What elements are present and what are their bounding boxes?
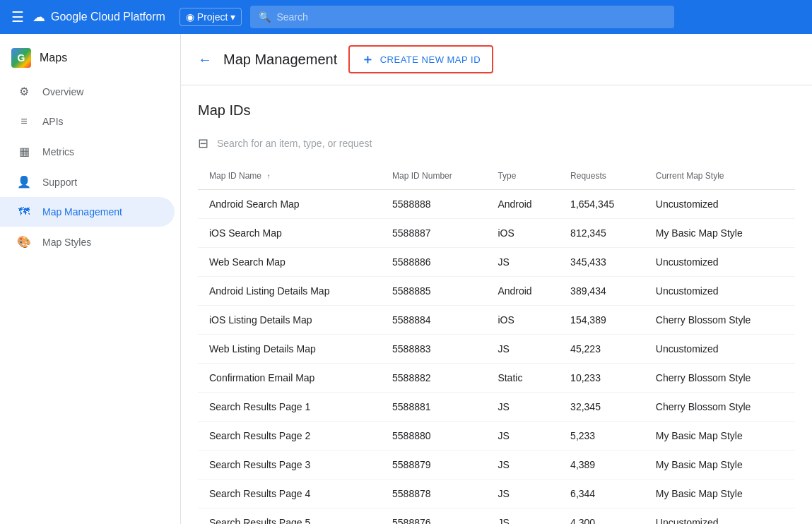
cell-type: iOS xyxy=(486,306,559,335)
cell-name: iOS Search Map xyxy=(198,219,381,248)
chevron-down-icon: ▾ xyxy=(230,11,235,23)
project-label: Project xyxy=(197,11,228,23)
cell-type: JS xyxy=(486,451,559,480)
sort-icon: ↑ xyxy=(266,172,270,180)
map-management-icon: 🗺 xyxy=(17,206,31,218)
cell-requests: 154,389 xyxy=(559,306,645,335)
col-header-type: Type xyxy=(486,162,559,190)
cell-number: 5588881 xyxy=(381,393,486,422)
section-title: Map IDs xyxy=(198,102,795,119)
cell-requests: 4,389 xyxy=(559,451,645,480)
table-row[interactable]: Android Search Map 5588888 Android 1,654… xyxy=(198,190,795,219)
table-search-bar[interactable]: ⊟ Search for an item, type, or request xyxy=(198,130,795,162)
sidebar-item-metrics[interactable]: ▦ Metrics xyxy=(0,136,175,167)
col-header-style: Current Map Style xyxy=(645,162,795,190)
metrics-icon: ▦ xyxy=(17,145,31,158)
table-row[interactable]: Android Listing Details Map 5588885 Andr… xyxy=(198,277,795,306)
project-selector[interactable]: ◉ Project ▾ xyxy=(180,8,242,26)
cell-type: JS xyxy=(486,480,559,508)
map-styles-icon: 🎨 xyxy=(17,235,31,249)
cell-style: My Basic Map Style xyxy=(645,480,795,508)
table-row[interactable]: Search Results Page 2 5588880 JS 5,233 M… xyxy=(198,422,795,451)
cell-number: 5588878 xyxy=(381,480,486,508)
content-area: Map IDs ⊟ Search for an item, type, or r… xyxy=(181,85,812,524)
create-button-label: CREATE NEW MAP ID xyxy=(380,54,481,65)
table-row[interactable]: Search Results Page 5 5588876 JS 4,300 U… xyxy=(198,508,795,525)
cell-type: JS xyxy=(486,508,559,525)
cell-number: 5588883 xyxy=(381,335,486,364)
map-ids-table: Map ID Name ↑ Map ID Number Type Request… xyxy=(198,162,795,524)
cell-number: 5588879 xyxy=(381,451,486,480)
sidebar-item-map-styles[interactable]: 🎨 Map Styles xyxy=(0,227,175,257)
cell-name: Search Results Page 3 xyxy=(198,451,381,480)
app-name: Google Cloud Platform xyxy=(51,11,165,23)
table-row[interactable]: Web Listing Details Map 5588883 JS 45,22… xyxy=(198,335,795,364)
cell-name: Search Results Page 2 xyxy=(198,422,381,451)
sidebar-item-label: Overview xyxy=(42,86,83,97)
cell-type: Android xyxy=(486,190,559,219)
col-header-number: Map ID Number xyxy=(381,162,486,190)
sidebar-item-label: Support xyxy=(42,177,77,188)
cell-number: 5588888 xyxy=(381,190,486,219)
sidebar-item-map-management[interactable]: 🗺 Map Management xyxy=(0,197,175,227)
cell-requests: 389,434 xyxy=(559,277,645,306)
cell-number: 5588887 xyxy=(381,219,486,248)
hamburger-menu-icon[interactable]: ☰ xyxy=(11,8,24,25)
table-row[interactable]: Confirmation Email Map 5588882 Static 10… xyxy=(198,364,795,393)
cell-number: 5588876 xyxy=(381,508,486,525)
cell-style: Cherry Blossom Style xyxy=(645,393,795,422)
cell-type: JS xyxy=(486,393,559,422)
cell-style: Uncustomized xyxy=(645,248,795,277)
sidebar-header: G Maps xyxy=(0,40,180,76)
main-content: ← Map Management ＋ CREATE NEW MAP ID Map… xyxy=(181,34,812,524)
page-title: Map Management xyxy=(223,52,337,68)
app-logo: ☁ Google Cloud Platform xyxy=(33,9,165,25)
table-row[interactable]: Search Results Page 1 5588881 JS 32,345 … xyxy=(198,393,795,422)
sidebar-item-support[interactable]: 👤 Support xyxy=(0,167,175,197)
sidebar-item-label: Map Styles xyxy=(42,237,91,248)
gcp-icon: ☁ xyxy=(33,9,45,25)
sidebar-item-label: Map Management xyxy=(42,206,122,218)
cell-requests: 5,233 xyxy=(559,422,645,451)
cell-requests: 6,344 xyxy=(559,480,645,508)
plus-icon: ＋ xyxy=(361,51,375,68)
cell-type: iOS xyxy=(486,219,559,248)
cell-style: Uncustomized xyxy=(645,190,795,219)
cell-style: Uncustomized xyxy=(645,508,795,525)
search-input[interactable] xyxy=(276,11,666,23)
create-new-map-id-button[interactable]: ＋ CREATE NEW MAP ID xyxy=(348,45,493,73)
page-header: ← Map Management ＋ CREATE NEW MAP ID xyxy=(181,34,812,85)
cell-type: JS xyxy=(486,335,559,364)
project-icon: ◉ xyxy=(186,11,194,23)
cell-name: Web Search Map xyxy=(198,248,381,277)
sidebar-item-overview[interactable]: ⚙ Overview xyxy=(0,76,175,107)
sidebar-item-label: Metrics xyxy=(42,146,74,157)
cell-name: Confirmation Email Map xyxy=(198,364,381,393)
table-row[interactable]: Search Results Page 3 5588879 JS 4,389 M… xyxy=(198,451,795,480)
back-button[interactable]: ← xyxy=(198,52,212,68)
cell-name: Android Listing Details Map xyxy=(198,277,381,306)
apis-icon: ≡ xyxy=(17,115,31,128)
cell-style: Cherry Blossom Style xyxy=(645,306,795,335)
cell-style: My Basic Map Style xyxy=(645,219,795,248)
table-row[interactable]: Search Results Page 4 5588878 JS 6,344 M… xyxy=(198,480,795,508)
overview-icon: ⚙ xyxy=(17,85,31,98)
cell-number: 5588885 xyxy=(381,277,486,306)
cell-style: My Basic Map Style xyxy=(645,451,795,480)
global-search[interactable]: 🔍 xyxy=(250,6,674,28)
table-row[interactable]: iOS Search Map 5588887 iOS 812,345 My Ba… xyxy=(198,219,795,248)
maps-product-icon: G xyxy=(11,48,31,68)
search-icon: 🔍 xyxy=(259,11,271,23)
sidebar-app-name: Maps xyxy=(40,52,67,64)
table-row[interactable]: iOS Listing Details Map 5588884 iOS 154,… xyxy=(198,306,795,335)
table-row[interactable]: Web Search Map 5588886 JS 345,433 Uncust… xyxy=(198,248,795,277)
cell-name: Android Search Map xyxy=(198,190,381,219)
col-header-name[interactable]: Map ID Name ↑ xyxy=(198,162,381,190)
cell-name: Search Results Page 5 xyxy=(198,508,381,525)
sidebar-item-apis[interactable]: ≡ APIs xyxy=(0,107,175,136)
cell-requests: 45,223 xyxy=(559,335,645,364)
cell-requests: 812,345 xyxy=(559,219,645,248)
cell-requests: 32,345 xyxy=(559,393,645,422)
cell-name: Search Results Page 1 xyxy=(198,393,381,422)
cell-name: Search Results Page 4 xyxy=(198,480,381,508)
